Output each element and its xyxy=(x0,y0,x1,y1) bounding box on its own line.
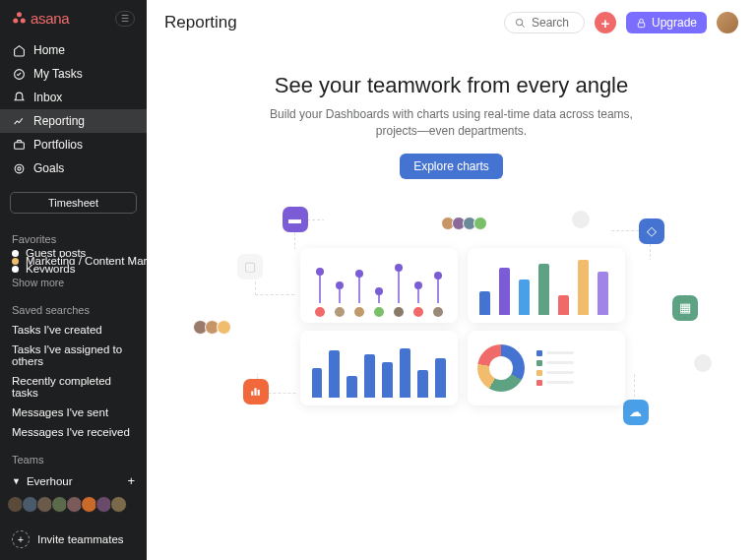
target-icon xyxy=(12,161,26,175)
asana-logo[interactable]: asana xyxy=(12,10,69,27)
saved-messages-received[interactable]: Messages I've received xyxy=(0,422,147,442)
chart-bar-icon xyxy=(243,379,269,404)
add-button[interactable]: + xyxy=(595,12,616,33)
logo-text: asana xyxy=(31,10,69,27)
svg-rect-8 xyxy=(638,23,644,28)
nav-portfolios[interactable]: Portfolios xyxy=(0,133,147,156)
favorite-guest-posts[interactable]: Guest posts xyxy=(0,249,147,257)
avatar-cluster xyxy=(196,320,231,335)
lock-icon xyxy=(636,18,647,29)
teams-header: Teams xyxy=(0,442,147,469)
nav-reporting[interactable]: Reporting xyxy=(0,109,147,133)
help-getting-started[interactable]: ?Help & getting started xyxy=(0,556,147,560)
avatar xyxy=(473,217,487,230)
nav-label: Home xyxy=(33,43,65,57)
page-title: Reporting xyxy=(164,13,494,32)
main-nav: Home My Tasks Inbox Reporting Portfolios… xyxy=(0,34,147,184)
explore-charts-button[interactable]: Explore charts xyxy=(400,154,503,179)
chart-card-colored-bars xyxy=(468,248,625,323)
project-dot-icon xyxy=(12,250,19,257)
briefcase-icon xyxy=(12,138,26,152)
board-icon: ▬ xyxy=(283,207,308,232)
nav-inbox[interactable]: Inbox xyxy=(0,86,147,109)
saved-searches-header: Saved searches xyxy=(0,292,147,320)
asana-logo-icon xyxy=(12,11,27,26)
team-avatars xyxy=(0,492,147,521)
nav-my-tasks[interactable]: My Tasks xyxy=(0,62,147,86)
hero-title: See your teamwork from every angle xyxy=(176,73,726,98)
diamond-icon: ◇ xyxy=(639,218,664,244)
svg-point-1 xyxy=(13,19,18,24)
timesheet-button[interactable]: Timesheet xyxy=(10,192,137,214)
search-icon xyxy=(515,18,526,29)
svg-rect-10 xyxy=(254,388,256,396)
hero: See your teamwork from every angle Build… xyxy=(176,73,726,179)
search-placeholder: Search xyxy=(532,16,569,30)
avatar-cluster xyxy=(444,217,487,230)
bell-icon xyxy=(12,91,26,104)
project-dot-icon xyxy=(12,258,19,265)
check-circle-icon xyxy=(12,67,26,81)
nav-goals[interactable]: Goals xyxy=(0,156,147,180)
svg-point-2 xyxy=(21,19,26,24)
upgrade-button[interactable]: Upgrade xyxy=(626,12,707,33)
chart-card-lollipop xyxy=(300,248,458,323)
topbar: Reporting Search + Upgrade xyxy=(147,0,756,45)
cloud-icon: ☁ xyxy=(623,400,649,425)
illustration: ▬ ▢ ◇ ▦ ☁ xyxy=(196,207,708,463)
nav-home[interactable]: Home xyxy=(0,38,147,62)
favorite-keywords[interactable]: Keywords xyxy=(0,265,147,273)
logo-row: asana ☰ xyxy=(0,0,147,34)
chart-line-icon xyxy=(12,114,26,128)
chart-card-donut xyxy=(468,331,625,405)
nav-label: My Tasks xyxy=(33,67,83,81)
favorite-marketing[interactable]: Marketing / Content Mark... xyxy=(0,257,147,265)
home-icon xyxy=(12,43,26,57)
saved-tasks-assigned[interactable]: Tasks I've assigned to others xyxy=(0,340,147,371)
avatar xyxy=(694,354,712,372)
svg-rect-11 xyxy=(258,390,260,396)
invite-teammates[interactable]: +Invite teammates xyxy=(0,523,147,556)
svg-rect-9 xyxy=(251,392,253,396)
show-more-favorites[interactable]: Show more xyxy=(0,273,147,292)
chart-card-blue-bars xyxy=(300,331,458,405)
main-content: Reporting Search + Upgrade See your team… xyxy=(147,0,756,560)
project-dot-icon xyxy=(12,266,19,273)
donut-legend xyxy=(536,350,574,386)
hero-subtitle: Build your Dashboards with charts using … xyxy=(260,106,644,140)
donut-chart xyxy=(477,344,525,392)
team-everhour[interactable]: ▼Everhour+ xyxy=(0,469,147,492)
svg-point-5 xyxy=(15,164,24,173)
invite-icon: + xyxy=(12,530,30,548)
lollipop-chart xyxy=(310,260,448,303)
search-input[interactable]: Search xyxy=(504,12,585,33)
add-project-icon[interactable]: + xyxy=(127,473,135,488)
profile-avatar[interactable] xyxy=(717,12,738,33)
avatar[interactable] xyxy=(110,496,127,513)
content-area: See your teamwork from every angle Build… xyxy=(147,45,756,560)
avatar xyxy=(217,320,231,335)
nav-label: Portfolios xyxy=(33,138,83,152)
svg-rect-4 xyxy=(14,142,24,149)
avatar xyxy=(572,211,590,228)
sidebar: asana ☰ Home My Tasks Inbox Reporting Po… xyxy=(0,0,147,560)
favorites-header: Favorites xyxy=(0,221,147,249)
saved-recently-completed[interactable]: Recently completed tasks xyxy=(0,371,147,403)
collapse-sidebar-button[interactable]: ☰ xyxy=(115,11,135,27)
saved-messages-sent[interactable]: Messages I've sent xyxy=(0,403,147,422)
saved-tasks-created[interactable]: Tasks I've created xyxy=(0,320,147,340)
nav-label: Goals xyxy=(33,161,64,175)
svg-point-0 xyxy=(17,12,22,17)
calendar-icon: ▢ xyxy=(237,254,263,280)
chevron-down-icon: ▼ xyxy=(12,476,21,486)
nav-label: Reporting xyxy=(33,114,85,128)
svg-point-6 xyxy=(17,166,20,169)
grid-icon: ▦ xyxy=(672,295,698,321)
nav-label: Inbox xyxy=(33,91,62,104)
svg-point-7 xyxy=(516,19,522,25)
